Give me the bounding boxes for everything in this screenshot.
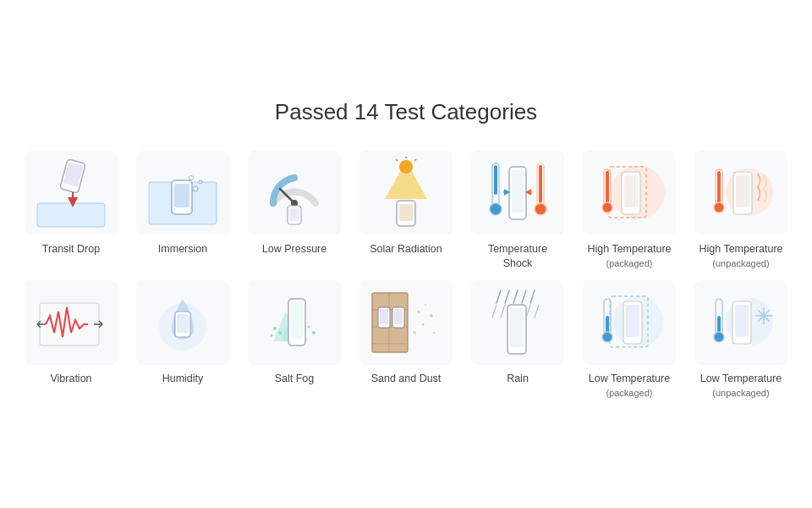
category-low-pressure: Low Pressure — [244, 151, 345, 272]
svg-rect-96 — [626, 305, 639, 337]
category-high-temp-packaged: High Temperature(packaged) — [579, 151, 680, 272]
svg-point-77 — [433, 332, 435, 334]
category-temperature-shock: TemperatureShock — [467, 151, 568, 272]
svg-point-76 — [422, 323, 425, 326]
svg-rect-6 — [174, 184, 189, 207]
label-low-pressure: Low Pressure — [262, 242, 326, 257]
svg-rect-28 — [512, 170, 524, 213]
icon-salt-fog — [248, 280, 341, 365]
label-vibration: Vibration — [50, 372, 91, 387]
svg-line-17 — [396, 159, 398, 161]
svg-line-79 — [497, 290, 501, 303]
svg-point-15 — [399, 160, 413, 174]
svg-rect-25 — [539, 165, 542, 203]
svg-rect-22 — [494, 165, 497, 195]
svg-point-75 — [430, 314, 433, 318]
category-low-temp-unpackaged: Low Temperature(unpackaged) — [690, 280, 792, 401]
svg-rect-107 — [735, 305, 749, 337]
svg-point-62 — [312, 331, 315, 334]
icon-temperature-shock — [471, 151, 564, 235]
svg-line-85 — [501, 305, 505, 318]
svg-line-87 — [535, 305, 539, 318]
icon-humidity — [136, 280, 229, 365]
svg-rect-40 — [717, 171, 721, 203]
icon-vibration — [25, 280, 118, 365]
svg-line-82 — [522, 290, 526, 303]
label-low-temp-unpackaged: Low Temperature(unpackaged) — [700, 372, 782, 401]
svg-point-23 — [490, 203, 502, 215]
label-high-temp-packaged: High Temperature(packaged) — [587, 242, 671, 272]
icon-low-pressure — [248, 151, 341, 235]
label-high-temp-unpackaged: High Temperature(unpackaged) — [699, 242, 782, 272]
icon-high-temp-packaged — [583, 151, 676, 235]
svg-point-35 — [602, 202, 612, 213]
page-title: Passed 14 Test Categories — [17, 99, 795, 125]
icon-high-temp-unpackaged — [694, 151, 787, 235]
svg-line-80 — [505, 290, 509, 303]
svg-line-84 — [492, 305, 497, 318]
svg-rect-89 — [510, 308, 524, 347]
category-salt-fog: Salt Fog — [244, 280, 345, 401]
svg-point-26 — [535, 203, 546, 215]
category-high-temp-unpackaged: High Temperature(unpackaged) — [690, 151, 792, 272]
svg-point-74 — [425, 304, 426, 306]
label-salt-fog: Salt Fog — [275, 372, 315, 387]
icon-solar-radiation — [359, 151, 453, 235]
svg-point-78 — [413, 331, 416, 334]
icon-immersion — [136, 151, 229, 235]
svg-point-105 — [714, 332, 724, 342]
icon-transit-drop — [25, 151, 118, 235]
category-low-temp-packaged: Low Temperature(packaged) — [579, 280, 680, 401]
main-container: Passed 14 Test Categories — [0, 74, 812, 435]
category-rain: Rain — [467, 280, 568, 401]
svg-point-58 — [273, 327, 277, 330]
svg-point-73 — [418, 311, 420, 313]
svg-rect-0 — [37, 203, 105, 227]
categories-grid: Transit Drop Immersion — [17, 151, 795, 401]
svg-line-18 — [414, 159, 416, 161]
label-humidity: Humidity — [162, 372, 204, 387]
label-solar-radiation: Solar Radiation — [370, 242, 442, 257]
label-transit-drop: Transit Drop — [42, 242, 100, 257]
svg-point-61 — [308, 326, 310, 329]
category-sand-dust: Sand and Dust — [355, 280, 457, 401]
svg-point-9 — [189, 176, 194, 180]
svg-point-94 — [602, 332, 612, 342]
label-low-temp-packaged: Low Temperature(packaged) — [589, 372, 670, 401]
category-humidity: Humidity — [132, 280, 233, 401]
category-immersion: Immersion — [132, 151, 233, 272]
label-temperature-shock: TemperatureShock — [488, 242, 547, 272]
svg-rect-53 — [177, 314, 189, 333]
svg-point-41 — [714, 202, 724, 213]
svg-point-59 — [271, 334, 273, 337]
icon-low-temp-unpackaged — [694, 280, 787, 365]
icon-sand-dust — [359, 280, 453, 365]
svg-line-81 — [513, 290, 518, 303]
label-immersion: Immersion — [158, 242, 207, 257]
label-rain: Rain — [507, 372, 529, 387]
category-vibration: Vibration — [20, 280, 122, 401]
svg-rect-57 — [291, 302, 303, 339]
svg-line-83 — [530, 290, 535, 303]
svg-rect-13 — [289, 208, 299, 221]
svg-rect-20 — [399, 204, 413, 221]
label-sand-dust: Sand and Dust — [371, 372, 442, 387]
category-transit-drop: Transit Drop — [20, 151, 122, 272]
category-solar-radiation: Solar Radiation — [355, 151, 457, 272]
svg-rect-37 — [624, 175, 638, 207]
svg-point-60 — [278, 331, 282, 334]
icon-low-temp-packaged — [583, 280, 676, 365]
icon-rain — [471, 280, 564, 365]
svg-point-102 — [762, 314, 765, 318]
svg-rect-43 — [736, 175, 749, 207]
svg-rect-70 — [380, 309, 388, 324]
svg-rect-34 — [606, 171, 609, 203]
svg-rect-72 — [394, 309, 403, 324]
